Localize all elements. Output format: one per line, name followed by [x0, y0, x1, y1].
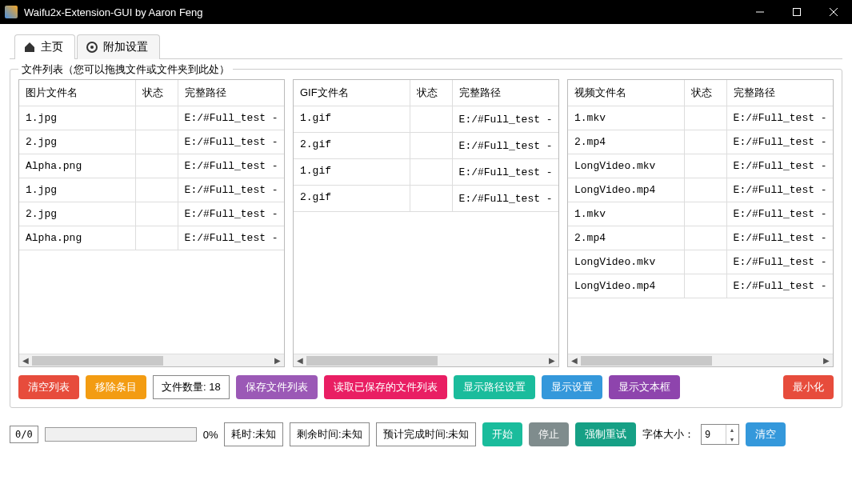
- table-row[interactable]: LongVideo.mkvE:/#Full_test -: [568, 154, 833, 178]
- force-retry-button[interactable]: 强制重试: [575, 422, 636, 446]
- minimize-button[interactable]: 最小化: [783, 375, 834, 399]
- show-settings-button[interactable]: 显示设置: [542, 375, 602, 399]
- scroll-left-icon[interactable]: ◀: [294, 354, 306, 367]
- cell-path: E:/#Full_test - 副: [453, 106, 558, 132]
- cell-path: E:/#Full_test -: [178, 202, 284, 226]
- scroll-right-icon[interactable]: ▶: [820, 354, 833, 367]
- table-row[interactable]: 1.mkvE:/#Full_test -: [568, 106, 833, 130]
- cell-path: E:/#Full_test -: [727, 178, 833, 202]
- font-size-spinner[interactable]: ▲ ▼: [701, 424, 739, 445]
- cell-path: E:/#Full_test - 副: [453, 159, 558, 185]
- cell-status: [685, 178, 727, 202]
- table-row[interactable]: 1.jpgE:/#Full_test -: [19, 106, 284, 130]
- cell-filename: 2.jpg: [19, 130, 136, 154]
- window-close-button[interactable]: [815, 0, 852, 24]
- svg-rect-1: [794, 9, 801, 16]
- eta: 预计完成时间:未知: [376, 422, 477, 446]
- cell-path: E:/#Full_test -: [178, 106, 284, 130]
- table-row[interactable]: 2.jpgE:/#Full_test -: [19, 130, 284, 154]
- save-list-button[interactable]: 保存文件列表: [236, 375, 318, 399]
- start-button[interactable]: 开始: [482, 422, 522, 446]
- load-list-button[interactable]: 读取已保存的文件列表: [324, 375, 447, 399]
- window-title: Waifu2x-Extension-GUI by Aaron Feng: [24, 6, 203, 18]
- cell-path: E:/#Full_test -: [727, 250, 833, 274]
- group-label: 文件列表（您可以拖拽文件或文件夹到此处）: [18, 62, 233, 77]
- show-textbox-button[interactable]: 显示文本框: [609, 375, 680, 399]
- cell-path: E:/#Full_test -: [727, 274, 833, 298]
- clear-list-button[interactable]: 清空列表: [18, 375, 79, 399]
- remaining-time: 剩余时间:未知: [290, 422, 370, 446]
- horizontal-scrollbar[interactable]: ◀ ▶: [294, 354, 558, 366]
- spinner-up-icon[interactable]: ▲: [726, 425, 737, 434]
- scroll-right-icon[interactable]: ▶: [546, 354, 558, 367]
- cell-path: E:/#Full_test - 副: [453, 186, 558, 211]
- table-row[interactable]: LongVideo.mkvE:/#Full_test -: [568, 250, 833, 274]
- cell-path: E:/#Full_test -: [727, 130, 833, 154]
- cell-filename: LongVideo.mkv: [568, 250, 685, 274]
- cell-filename: 1.gif: [294, 159, 410, 185]
- table-row[interactable]: LongVideo.mp4E:/#Full_test -: [568, 274, 833, 298]
- cell-filename: 1.gif: [294, 106, 410, 132]
- table-header: 视频文件名 状态 完整路径: [568, 80, 833, 106]
- tab-label: 附加设置: [103, 40, 148, 54]
- cell-path: E:/#Full_test -: [178, 130, 284, 154]
- cell-status: [410, 106, 453, 132]
- scroll-left-icon[interactable]: ◀: [19, 354, 32, 367]
- spinner-down-icon[interactable]: ▼: [726, 434, 737, 444]
- cell-status: [685, 130, 727, 154]
- tab-home[interactable]: 主页: [14, 34, 75, 59]
- table-row[interactable]: 2.jpgE:/#Full_test -: [19, 202, 284, 226]
- table-row[interactable]: Alpha.pngE:/#Full_test -: [19, 154, 284, 178]
- horizontal-scrollbar[interactable]: ◀ ▶: [19, 354, 284, 366]
- cell-filename: 2.mp4: [568, 226, 685, 250]
- window-minimize-button[interactable]: [742, 0, 778, 24]
- table-header: GIF文件名 状态 完整路径: [294, 80, 558, 106]
- cell-path: E:/#Full_test -: [727, 106, 833, 130]
- remove-item-button[interactable]: 移除条目: [86, 375, 146, 399]
- cell-filename: LongVideo.mp4: [568, 274, 685, 298]
- cell-status: [410, 133, 453, 158]
- progress-count: 0/0: [10, 426, 38, 443]
- table-row[interactable]: 1.gifE:/#Full_test - 副: [294, 159, 558, 186]
- cell-status: [685, 250, 727, 274]
- cell-filename: 2.gif: [294, 133, 410, 158]
- scroll-right-icon[interactable]: ▶: [271, 354, 284, 367]
- table-row[interactable]: 2.mp4E:/#Full_test -: [568, 226, 833, 250]
- cell-status: [685, 202, 727, 226]
- app-icon: [5, 6, 18, 18]
- table-row[interactable]: 1.jpgE:/#Full_test -: [19, 178, 284, 202]
- cell-path: E:/#Full_test -: [178, 178, 284, 202]
- progress-percent: 0%: [203, 429, 218, 441]
- window-maximize-button[interactable]: [778, 0, 815, 24]
- table-row[interactable]: 2.mp4E:/#Full_test -: [568, 130, 833, 154]
- cell-status: [685, 154, 727, 178]
- font-size-label: 字体大小：: [642, 427, 694, 442]
- gif-table[interactable]: GIF文件名 状态 完整路径 1.gifE:/#Full_test - 副2.g…: [293, 79, 559, 367]
- scroll-left-icon[interactable]: ◀: [568, 354, 581, 367]
- file-count-label: 文件数量: 18: [153, 375, 230, 399]
- show-path-settings-button[interactable]: 显示路径设置: [454, 375, 535, 399]
- video-table[interactable]: 视频文件名 状态 完整路径 1.mkvE:/#Full_test -2.mp4E…: [567, 79, 834, 367]
- cell-filename: 1.mkv: [568, 202, 685, 226]
- cell-filename: 2.jpg: [19, 202, 136, 226]
- horizontal-scrollbar[interactable]: ◀ ▶: [568, 354, 833, 366]
- table-row[interactable]: LongVideo.mp4E:/#Full_test -: [568, 178, 833, 202]
- cell-status: [136, 106, 178, 130]
- tab-settings[interactable]: 附加设置: [77, 34, 160, 59]
- cell-status: [685, 274, 727, 298]
- cell-status: [136, 178, 178, 202]
- table-row[interactable]: 1.mkvE:/#Full_test -: [568, 202, 833, 226]
- stop-button[interactable]: 停止: [529, 422, 569, 446]
- elapsed-time: 耗时:未知: [224, 422, 283, 446]
- table-row[interactable]: Alpha.pngE:/#Full_test -: [19, 226, 284, 250]
- cell-filename: Alpha.png: [19, 226, 136, 250]
- cell-filename: 2.gif: [294, 186, 410, 211]
- clear-button[interactable]: 清空: [746, 422, 786, 446]
- cell-path: E:/#Full_test -: [178, 226, 284, 250]
- image-table[interactable]: 图片文件名 状态 完整路径 1.jpgE:/#Full_test -2.jpgE…: [18, 79, 285, 367]
- table-row[interactable]: 2.gifE:/#Full_test - 副: [294, 186, 558, 212]
- font-size-input[interactable]: [702, 428, 726, 441]
- cell-path: E:/#Full_test -: [727, 154, 833, 178]
- table-row[interactable]: 1.gifE:/#Full_test - 副: [294, 106, 558, 133]
- table-row[interactable]: 2.gifE:/#Full_test - 副: [294, 133, 558, 159]
